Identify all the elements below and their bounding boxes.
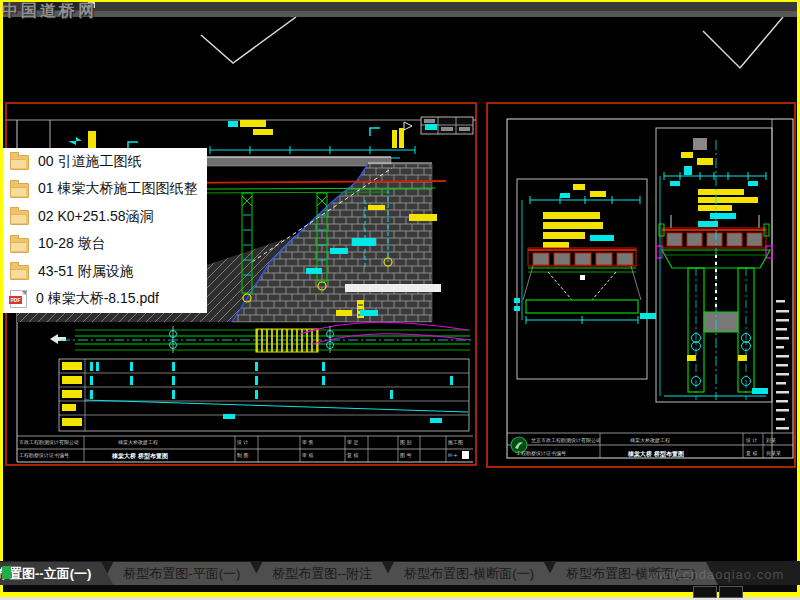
file-item-pdf[interactable]: PDF 0 棟棠大桥-8.15.pdf bbox=[3, 286, 207, 314]
taskbar-icon[interactable] bbox=[2, 566, 11, 579]
cad-application-window: 中国道桥网 bbox=[0, 0, 800, 600]
svg-text:市政工程勘测设计有限公司: 市政工程勘测设计有限公司 bbox=[19, 439, 79, 446]
svg-text:棟棠大桥改建工程: 棟棠大桥改建工程 bbox=[118, 439, 158, 446]
file-item-folder[interactable]: 43-51 附属设施 bbox=[3, 258, 207, 286]
svg-text:复 核: 复 核 bbox=[746, 450, 758, 457]
svg-text:设 计: 设 计 bbox=[745, 437, 758, 443]
layout-tab-elevation[interactable]: 桥型布置图--立面(一) bbox=[0, 562, 113, 585]
folder-icon bbox=[10, 155, 29, 170]
svg-text:棟棠大桥 桥型布置图: 棟棠大桥 桥型布置图 bbox=[111, 452, 168, 460]
left-title-block: 市政工程勘测设计有限公司 工程勘察设计证书编号 棟棠大桥改建工程 棟棠大桥 桥型… bbox=[17, 436, 473, 462]
right-sheet: 北京市政工程勘测设计有限公司 工程勘察设计证书编号 棟棠大桥改建工程 棟棠大桥 … bbox=[487, 103, 795, 467]
status-strip bbox=[0, 585, 800, 592]
file-name: 02 K0+251.58涵洞 bbox=[38, 208, 154, 226]
folder-icon bbox=[10, 210, 29, 225]
svg-text:工程勘察设计证书编号: 工程勘察设计证书编号 bbox=[516, 450, 566, 456]
svg-text:审 查: 审 查 bbox=[302, 439, 314, 445]
file-name: 43-51 附属设施 bbox=[38, 263, 134, 281]
layout-tab-notes[interactable]: 桥型布置图--附注 bbox=[250, 562, 394, 585]
file-item-folder[interactable]: 10-28 墩台 bbox=[3, 231, 207, 259]
svg-text:棟棠大桥 桥型布置图: 棟棠大桥 桥型布置图 bbox=[627, 450, 684, 458]
svg-text:审 核: 审 核 bbox=[302, 452, 314, 458]
site-watermark-url: www.cndaoqiao.com bbox=[648, 567, 784, 582]
svg-text:复 核: 复 核 bbox=[347, 452, 359, 459]
svg-text:图 别: 图 别 bbox=[400, 439, 412, 446]
window-border-left bbox=[0, 0, 3, 597]
plan-view bbox=[50, 322, 472, 353]
right-title-block: 北京市政工程勘测设计有限公司 工程勘察设计证书编号 棟棠大桥改建工程 棟棠大桥 … bbox=[507, 433, 793, 458]
svg-text:施工图: 施工图 bbox=[447, 439, 463, 446]
notes-column bbox=[772, 119, 789, 458]
file-name: 01 棟棠大桥施工图图纸整 bbox=[38, 180, 197, 198]
file-item-folder[interactable]: 01 棟棠大桥施工图图纸整 bbox=[3, 176, 207, 204]
svg-text:制 图: 制 图 bbox=[237, 452, 249, 459]
file-name: 00 引道施工图纸 bbox=[38, 153, 141, 171]
cross-section-b bbox=[656, 128, 772, 402]
cross-section-a bbox=[514, 179, 656, 379]
text-cursor bbox=[462, 451, 469, 459]
layout-tab-crosssection-1[interactable]: 桥型布置图-横断面(一) bbox=[382, 562, 556, 585]
window-grip[interactable] bbox=[719, 586, 743, 598]
svg-text:何某某: 何某某 bbox=[766, 450, 781, 457]
file-item-folder[interactable]: 02 K0+251.58涵洞 bbox=[3, 203, 207, 231]
site-watermark: 中国道桥网 bbox=[2, 1, 97, 22]
file-name: 10-28 墩台 bbox=[38, 235, 106, 253]
svg-text:审 定: 审 定 bbox=[347, 439, 359, 446]
svg-text:棟棠大桥改建工程: 棟棠大桥改建工程 bbox=[630, 437, 670, 444]
folder-icon bbox=[10, 183, 29, 198]
svg-text:图 号: 图 号 bbox=[400, 452, 412, 459]
svg-text:H-+: H-+ bbox=[448, 452, 458, 458]
window-grip[interactable] bbox=[693, 586, 717, 598]
svg-text:设 计: 设 计 bbox=[236, 439, 249, 445]
svg-text:北京市政工程勘测设计有限公司: 北京市政工程勘测设计有限公司 bbox=[531, 437, 601, 444]
file-list-popup: 00 引道施工图纸 01 棟棠大桥施工图图纸整 02 K0+251.58涵洞 1… bbox=[3, 148, 207, 313]
chevron-mark-right bbox=[703, 17, 783, 68]
profile-data-table bbox=[59, 359, 469, 431]
pdf-icon: PDF bbox=[10, 290, 27, 308]
layout-tab-plan[interactable]: 桥型布置图-平面(一) bbox=[101, 562, 262, 585]
window-border-top bbox=[0, 0, 800, 2]
svg-text:刘某: 刘某 bbox=[766, 437, 776, 444]
svg-text:工程勘察设计证书编号: 工程勘察设计证书编号 bbox=[19, 452, 69, 458]
title-bar bbox=[0, 2, 800, 11]
table-ticks bbox=[90, 362, 453, 423]
chevron-mark-left bbox=[201, 17, 296, 63]
file-name: 0 棟棠大桥-8.15.pdf bbox=[36, 290, 159, 308]
file-item-folder[interactable]: 00 引道施工图纸 bbox=[3, 148, 207, 176]
folder-icon bbox=[10, 238, 29, 253]
folder-icon bbox=[10, 265, 29, 280]
